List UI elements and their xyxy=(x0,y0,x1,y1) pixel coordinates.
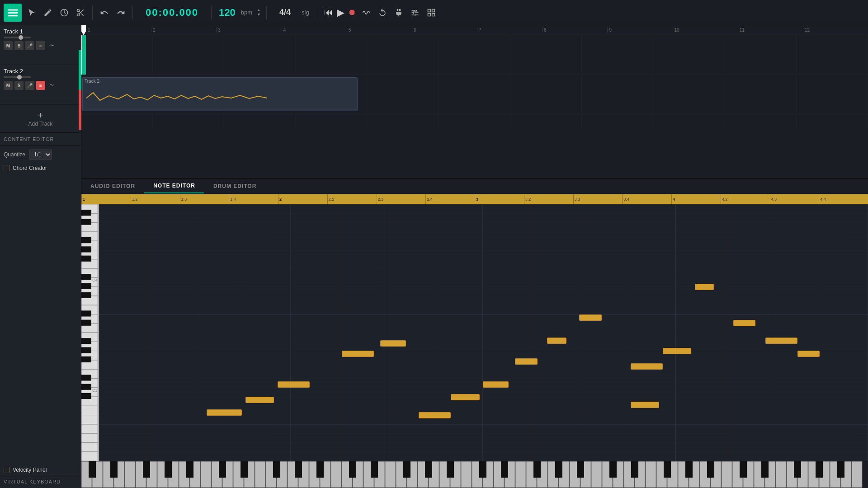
add-track-label: Add Track xyxy=(28,121,52,127)
note-7[interactable] xyxy=(451,394,480,400)
note-12[interactable] xyxy=(631,363,663,370)
select-tool-button[interactable] xyxy=(25,6,38,19)
note-16[interactable] xyxy=(733,320,756,326)
track-2-slider-thumb xyxy=(17,75,22,80)
record-button[interactable]: ⏺ xyxy=(348,8,356,17)
bpm-arrows[interactable]: ▲ ▼ xyxy=(257,8,261,17)
track-2-slider[interactable] xyxy=(4,76,31,78)
note-5[interactable] xyxy=(380,340,406,347)
note-15[interactable] xyxy=(695,284,714,290)
time-signature[interactable]: 4/4 xyxy=(279,8,291,17)
chord-creator-checkbox[interactable] xyxy=(4,165,10,171)
track-1-record[interactable]: 🎤 xyxy=(25,41,34,50)
ruler-mark-12: 12 xyxy=(803,28,868,33)
bpm-display[interactable]: 120 xyxy=(219,7,236,19)
note-10[interactable] xyxy=(547,338,566,344)
arrange-view: 1 2 3 4 5 6 7 8 9 10 11 12 xyxy=(81,25,868,178)
track-1-slider[interactable] xyxy=(4,37,31,38)
track-1-name: Track 1 xyxy=(4,28,77,35)
track-2-wave[interactable]: 〜 xyxy=(47,81,56,90)
velocity-panel-row: Velocity Panel xyxy=(0,465,81,475)
note-ruler-mark-44: 4.4 xyxy=(819,194,868,204)
note-area xyxy=(81,204,868,461)
ruler-mark-3: 3 xyxy=(216,28,281,33)
wave-button[interactable] xyxy=(360,6,373,19)
sig-label: sig xyxy=(302,9,309,16)
velocity-panel-checkbox[interactable] xyxy=(4,467,10,473)
note-2[interactable] xyxy=(245,397,274,403)
separator-3 xyxy=(211,6,212,19)
track-1-eq[interactable]: ≡ xyxy=(36,41,45,50)
loop-button[interactable] xyxy=(376,6,389,19)
ruler-mark-1: 1 xyxy=(86,28,151,33)
track-1-mute[interactable]: M xyxy=(4,41,13,50)
clock-tool-button[interactable] xyxy=(58,6,71,19)
note-1[interactable] xyxy=(207,409,242,416)
add-track-icon: + xyxy=(38,110,43,121)
separator-5 xyxy=(315,6,315,19)
tracks-area: Track 2 xyxy=(81,35,868,178)
track-1-wave[interactable]: 〜 xyxy=(47,41,56,50)
note-ruler-mark-34: 3.4 xyxy=(622,194,671,204)
arrange-track-2[interactable]: Track 2 xyxy=(81,75,868,115)
clip-waveform xyxy=(86,89,267,107)
quantize-select[interactable]: 1/11/21/41/8 xyxy=(29,150,52,160)
note-11[interactable] xyxy=(579,314,602,321)
arrange-track-3[interactable] xyxy=(81,115,868,128)
note-6[interactable] xyxy=(419,412,451,418)
tab-audio-editor[interactable]: AUDIO EDITOR xyxy=(81,179,144,193)
note-ruler-mark-24: 2.4 xyxy=(425,194,475,204)
chord-creator-label: Chord Creator xyxy=(13,165,47,171)
note-9[interactable] xyxy=(515,358,538,365)
svg-point-5 xyxy=(77,14,80,16)
note-3[interactable] xyxy=(278,381,310,388)
arrange-track-1[interactable] xyxy=(81,35,868,75)
note-ruler-mark-12: 1.2 xyxy=(131,194,180,204)
svg-rect-2 xyxy=(8,15,18,16)
pencil-tool-button[interactable] xyxy=(42,6,54,19)
virtual-keyboard[interactable] xyxy=(81,461,868,488)
note-14[interactable] xyxy=(631,402,660,408)
time-display: 00:00.000 xyxy=(146,7,198,19)
undo-button[interactable] xyxy=(98,6,111,19)
mixer-button[interactable] xyxy=(409,6,421,19)
svg-point-4 xyxy=(77,9,80,11)
separator xyxy=(92,6,93,19)
grid-button[interactable] xyxy=(425,6,438,19)
note-18[interactable] xyxy=(797,351,820,357)
track-1-solo[interactable]: S xyxy=(14,41,24,50)
add-track-button[interactable]: + Add Track xyxy=(0,105,81,132)
track-2-mute[interactable]: M xyxy=(4,81,13,90)
redo-button[interactable] xyxy=(114,6,127,19)
note-ruler-mark-43: 4.3 xyxy=(770,194,819,204)
ruler-mark-7: 7 xyxy=(477,28,542,33)
note-8[interactable] xyxy=(483,381,509,388)
ruler-mark-10: 10 xyxy=(673,28,738,33)
tab-drum-editor[interactable]: DRUM EDITOR xyxy=(204,179,265,193)
plugin-button[interactable] xyxy=(392,6,405,19)
separator-4 xyxy=(266,6,267,19)
track-2-solo[interactable]: S xyxy=(14,81,24,90)
scissors-tool-button[interactable] xyxy=(74,6,87,19)
note-grid[interactable] xyxy=(98,204,868,461)
note-4[interactable] xyxy=(342,351,374,357)
velocity-panel-label: Velocity Panel xyxy=(13,467,47,473)
track-2-record[interactable]: 🎤 xyxy=(25,81,34,90)
bpm-label: bpm xyxy=(241,9,252,16)
bpm-down-arrow[interactable]: ▼ xyxy=(257,13,261,17)
rewind-button[interactable]: ⏮ xyxy=(324,7,333,18)
note-13[interactable] xyxy=(663,348,692,354)
menu-button[interactable] xyxy=(4,4,22,22)
note-ruler-mark-2: 2 xyxy=(278,194,327,204)
ruler-mark-9: 9 xyxy=(607,28,672,33)
play-button[interactable]: ▶ xyxy=(337,7,344,19)
clip-block-track2[interactable]: Track 2 xyxy=(82,77,358,111)
track-2-eq[interactable]: ≡ xyxy=(36,81,45,90)
tab-note-editor[interactable]: NOTE EDITOR xyxy=(144,179,204,193)
note-ruler-mark-32: 3.2 xyxy=(524,194,573,204)
note-ruler-mark-22: 2.2 xyxy=(327,194,377,204)
note-ruler-mark-13: 1.3 xyxy=(180,194,229,204)
content-editor-label: CONTENT EDITOR xyxy=(0,132,81,146)
note-17[interactable] xyxy=(765,338,797,344)
right-content: 1 2 3 4 5 6 7 8 9 10 11 12 xyxy=(81,25,868,488)
